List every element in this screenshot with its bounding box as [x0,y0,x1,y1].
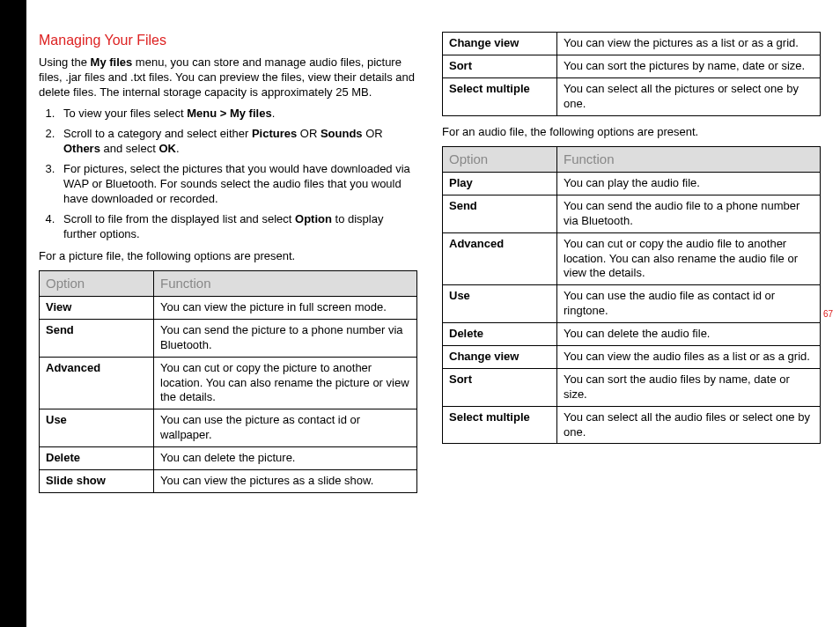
text: To view your files select [63,107,187,120]
step-1: To view your files select Menu > My file… [58,107,417,122]
table-row: SortYou can sort the pictures by name, d… [443,55,821,77]
col-option: Option [40,271,154,297]
option-cell: Slide show [40,470,154,493]
intro-paragraph: Using the My files menu, you can store a… [39,55,417,100]
bold-text: Sounds [321,127,363,140]
function-cell: You can select all the pictures or selec… [557,77,821,115]
step-3: For pictures, select the pictures that y… [58,162,417,207]
function-cell: You can send the audio file to a phone n… [557,195,821,232]
text: OR [297,127,321,140]
option-cell: Sort [443,55,557,77]
bold-text: My files [91,55,133,69]
function-cell: You can view the pictures as a slide sho… [154,470,417,493]
option-cell: Advanced [443,232,557,285]
function-cell: You can sort the audio files by name, da… [557,368,821,406]
picture-options-note: For a picture file, the following option… [39,249,417,264]
option-cell: Delete [443,323,557,346]
bold-text: Menu > My files [187,107,271,120]
picture-options-table: Option Function ViewYou can view the pic… [39,270,417,492]
table-row: Change viewYou can view the pictures as … [443,33,821,55]
function-cell: You can delete the picture. [154,447,417,470]
table-row: ViewYou can view the picture in full scr… [40,296,417,319]
table-header-row: Option Function [40,271,417,297]
table-row: AdvancedYou can cut or copy the audio fi… [443,232,821,285]
table-row: PlayYou can play the audio file. [443,172,821,195]
bold-text: Option [295,212,332,225]
function-cell: You can view the picture in full screen … [154,296,417,319]
option-cell: Select multiple [443,77,557,115]
table-row: DeleteYou can delete the picture. [40,447,417,470]
option-cell: Delete [40,447,154,470]
table-row: SendYou can send the audio file to a pho… [443,195,821,232]
bold-text: Pictures [252,127,297,140]
page-title: Managing Your Files [39,32,417,50]
option-cell: Change view [443,33,557,55]
left-column: Managing Your Files Using the My files m… [39,32,417,502]
table-row: SortYou can sort the audio files by name… [443,368,821,406]
function-cell: You can view the audio files as a list o… [557,345,821,368]
text: and select [100,142,159,155]
table-row: Change viewYou can view the audio files … [443,345,821,368]
picture-options-table-continued: Change viewYou can view the pictures as … [442,32,821,116]
option-cell: Sort [443,368,557,406]
table-row: Select multipleYou can select all the au… [443,406,821,444]
function-cell: You can play the audio file. [557,172,821,195]
table-row: Select multipleYou can select all the pi… [443,77,821,115]
table-row: AdvancedYou can cut or copy the picture … [40,357,417,409]
option-cell: Select multiple [443,406,557,444]
step-2: Scroll to a category and select either P… [58,127,417,157]
table-header-row: Option Function [443,147,821,173]
audio-options-table: Option Function PlayYou can play the aud… [442,146,821,444]
option-cell: Send [40,319,154,357]
function-cell: You can select all the audio files or se… [557,406,821,444]
bold-text: Others [63,142,100,155]
option-cell: Play [443,172,557,195]
steps-list: To view your files select Menu > My file… [39,107,417,241]
table-row: DeleteYou can delete the audio file. [443,323,821,346]
table-row: Slide showYou can view the pictures as a… [40,470,417,493]
option-cell: Change view [443,345,557,368]
function-cell: You can use the audio file as contact id… [557,285,821,323]
function-cell: You can delete the audio file. [557,323,821,346]
function-cell: You can sort the pictures by name, date … [557,55,821,77]
table-row: SendYou can send the picture to a phone … [40,319,417,357]
function-cell: You can send the picture to a phone numb… [154,319,417,357]
option-cell: Use [443,285,557,323]
option-cell: Send [443,195,557,232]
page-content: Managing Your Files Using the My files m… [39,32,822,502]
bold-text: OK [158,142,176,155]
function-cell: You can cut or copy the picture to anoth… [154,357,417,409]
function-cell: You can cut or copy the audio file to an… [557,232,821,285]
option-cell: Use [40,409,154,447]
option-cell: Advanced [40,357,154,409]
text: . [176,142,180,155]
text: Scroll to file from the displayed list a… [63,212,295,225]
col-option: Option [443,147,557,173]
page-number: 67 [823,308,833,320]
sidebar-black-strip: Managing Your Files [0,0,26,627]
table-row: UseYou can use the picture as contact id… [40,409,417,447]
function-cell: You can view the pictures as a list or a… [557,33,821,55]
right-column: Change viewYou can view the pictures as … [442,32,821,502]
option-cell: View [40,296,154,319]
text: . [272,107,276,120]
text: Using the [39,55,91,69]
audio-options-note: For an audio file, the following options… [442,125,821,140]
step-4: Scroll to file from the displayed list a… [58,212,417,242]
function-cell: You can use the picture as contact id or… [154,409,417,447]
text: OR [363,127,383,140]
col-function: Function [154,271,417,297]
text: Scroll to a category and select either [63,127,252,140]
table-row: UseYou can use the audio file as contact… [443,285,821,323]
col-function: Function [557,147,821,173]
